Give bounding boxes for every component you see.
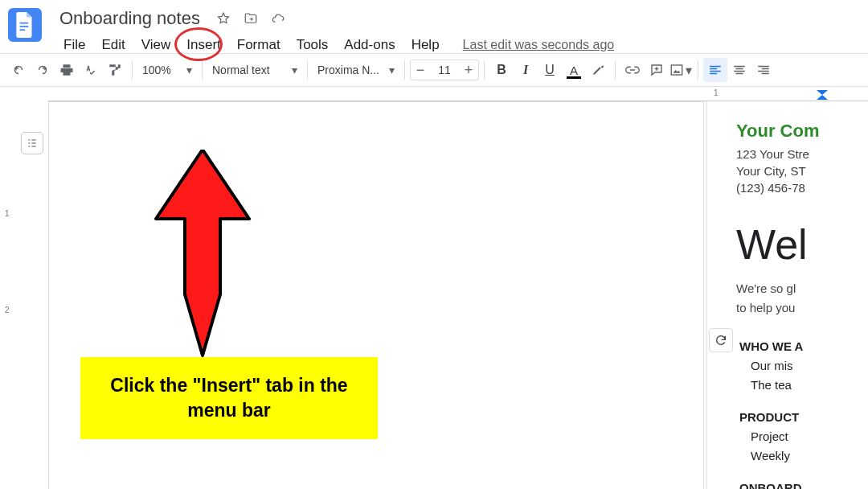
section-heading: ONBOARD <box>739 479 868 489</box>
font-size-decrease[interactable]: − <box>411 61 430 79</box>
redo-button[interactable] <box>31 58 55 82</box>
menu-file[interactable]: File <box>56 34 92 56</box>
move-folder-icon[interactable] <box>244 11 258 26</box>
bold-button[interactable]: B <box>489 58 514 82</box>
highlight-color-button[interactable] <box>586 58 610 82</box>
separator <box>698 60 698 80</box>
font-value: Proxima N... <box>317 64 379 76</box>
header-bar: Onboarding notes File Edit View Insert F… <box>0 0 868 53</box>
section-product: PRODUCT Project Weekly <box>707 408 868 466</box>
last-edit-link[interactable]: Last edit was seconds ago <box>463 38 615 52</box>
svg-rect-0 <box>20 23 29 24</box>
print-button[interactable] <box>55 58 79 82</box>
separator <box>404 60 405 80</box>
indent-marker-icon[interactable] <box>817 90 828 101</box>
font-size-value[interactable]: 11 <box>430 64 459 76</box>
company-name: Your Com <box>736 119 868 144</box>
section-item: The tea <box>739 376 868 395</box>
caret-down-icon: ▾ <box>686 63 692 78</box>
ruler-mark: 1 <box>714 88 719 97</box>
paragraph-style-dropdown[interactable]: Normal text ▾ <box>207 58 302 82</box>
caret-down-icon: ▾ <box>389 64 395 76</box>
menu-help[interactable]: Help <box>404 34 447 56</box>
zoom-dropdown[interactable]: 100% ▾ <box>137 58 197 82</box>
menu-addons[interactable]: Add-ons <box>337 34 402 56</box>
svg-rect-1 <box>20 26 29 27</box>
font-family-dropdown[interactable]: Proxima N... ▾ <box>313 58 399 82</box>
left-gutter: 1 2 <box>0 87 48 489</box>
menu-tools[interactable]: Tools <box>289 34 336 56</box>
annotation-callout: Click the "Insert" tab in the menu bar <box>80 357 378 439</box>
undo-button[interactable] <box>6 58 31 82</box>
insert-comment-button[interactable] <box>645 58 669 82</box>
horizontal-ruler[interactable] <box>48 87 707 101</box>
address-line-2: Your City, ST <box>736 162 868 179</box>
vertical-ruler: 1 2 <box>2 105 18 489</box>
menu-edit[interactable]: Edit <box>94 34 132 56</box>
caret-down-icon: ▾ <box>186 64 192 76</box>
insert-link-button[interactable] <box>620 58 645 82</box>
toolbar: 100% ▾ Normal text ▾ Proxima N... ▾ − 11… <box>0 53 868 87</box>
separator <box>307 60 308 80</box>
caret-down-icon: ▾ <box>292 64 297 76</box>
separator <box>202 60 203 80</box>
separator <box>132 60 133 80</box>
intro-line-2: to help you <box>736 299 868 317</box>
svg-rect-3 <box>671 65 682 75</box>
company-address-block: Your Com 123 Your Stre Your City, ST (12… <box>707 119 868 196</box>
menu-view[interactable]: View <box>134 34 178 56</box>
svg-rect-2 <box>20 29 25 31</box>
ruler-mark: 1 <box>5 209 10 218</box>
section-item: Project <box>739 427 868 446</box>
spellcheck-button[interactable] <box>79 58 103 82</box>
address-line-1: 123 Your Stre <box>736 146 868 162</box>
intro-text: We're so gl to help you <box>707 280 868 317</box>
ruler-mark: 2 <box>5 306 10 314</box>
text-color-button[interactable]: A <box>562 58 586 82</box>
document-outline-button[interactable] <box>21 132 43 154</box>
phone: (123) 456-78 <box>736 179 868 196</box>
separator <box>615 60 616 80</box>
zoom-value: 100% <box>142 64 171 76</box>
welcome-heading: Wel <box>707 220 868 269</box>
align-center-button[interactable] <box>727 58 751 82</box>
menu-format[interactable]: Format <box>230 34 288 56</box>
refresh-icon[interactable] <box>709 328 733 352</box>
italic-button[interactable]: I <box>514 58 538 82</box>
menu-insert[interactable]: Insert <box>179 34 228 56</box>
cloud-status-icon[interactable] <box>271 11 285 26</box>
star-icon[interactable] <box>216 11 231 26</box>
font-size-group: − 11 + <box>410 60 479 80</box>
menu-insert-label: Insert <box>186 37 221 52</box>
separator <box>484 60 485 80</box>
underline-button[interactable]: U <box>538 58 562 82</box>
section-heading: PRODUCT <box>739 408 868 427</box>
intro-line-1: We're so gl <box>736 280 868 298</box>
section-item: Weekly <box>739 446 868 466</box>
docs-app-icon[interactable] <box>8 8 42 42</box>
section-item: Our mis <box>739 356 868 376</box>
second-page-peek: 1 Your Com 123 Your Stre Your City, ST (… <box>707 87 868 489</box>
style-value: Normal text <box>212 64 270 76</box>
align-right-button[interactable] <box>751 58 776 82</box>
insert-image-button[interactable]: ▾ <box>669 58 693 82</box>
align-left-button[interactable] <box>703 58 727 82</box>
document-title[interactable]: Onboarding notes <box>56 6 203 31</box>
font-size-increase[interactable]: + <box>459 61 478 79</box>
section-heading: WHO WE A <box>739 337 868 356</box>
workspace: 1 2 1 Your Com 123 Your Stre Your City, … <box>0 87 868 489</box>
menu-bar: File Edit View Insert Format Tools Add-o… <box>56 34 614 56</box>
paint-format-button[interactable] <box>103 58 127 82</box>
section-onboard: ONBOARD <box>707 479 868 489</box>
